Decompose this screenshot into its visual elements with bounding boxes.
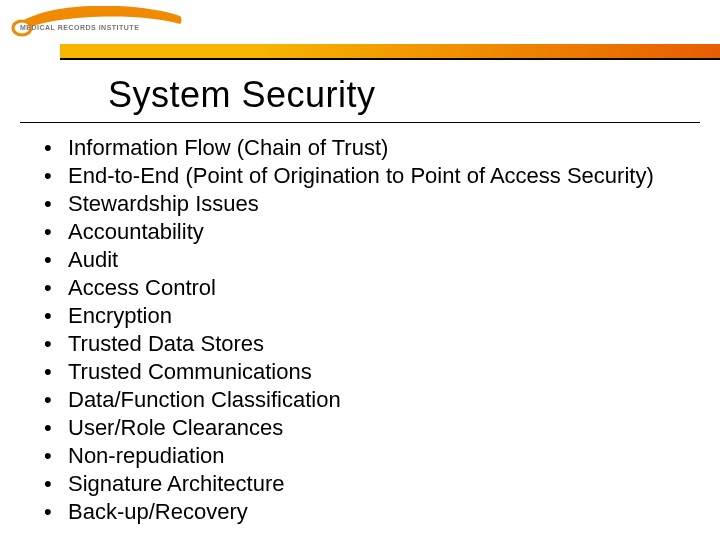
list-item: User/Role Clearances [36,414,700,442]
header-accent-underline [60,58,720,60]
header-accent-bar [60,44,720,58]
list-item: Trusted Communications [36,358,700,386]
list-item: Trusted Data Stores [36,330,700,358]
list-item: Access Control [36,274,700,302]
logo: MEDICAL RECORDS INSTITUTE [10,6,190,42]
logo-text: MEDICAL RECORDS INSTITUTE [20,24,139,31]
slide: MEDICAL RECORDS INSTITUTE System Securit… [0,0,720,540]
list-item: Data/Function Classification [36,386,700,414]
title-underline [20,122,700,123]
list-item: Stewardship Issues [36,190,700,218]
slide-title: System Security [108,74,376,116]
list-item: Non-repudiation [36,442,700,470]
list-item: Accountability [36,218,700,246]
list-item: End-to-End (Point of Origination to Poin… [36,162,700,190]
list-item: Back-up/Recovery [36,498,700,526]
bullet-list: Information Flow (Chain of Trust) End-to… [36,134,700,526]
slide-content: Information Flow (Chain of Trust) End-to… [36,134,700,526]
list-item: Audit [36,246,700,274]
list-item: Encryption [36,302,700,330]
list-item: Information Flow (Chain of Trust) [36,134,700,162]
list-item: Signature Architecture [36,470,700,498]
